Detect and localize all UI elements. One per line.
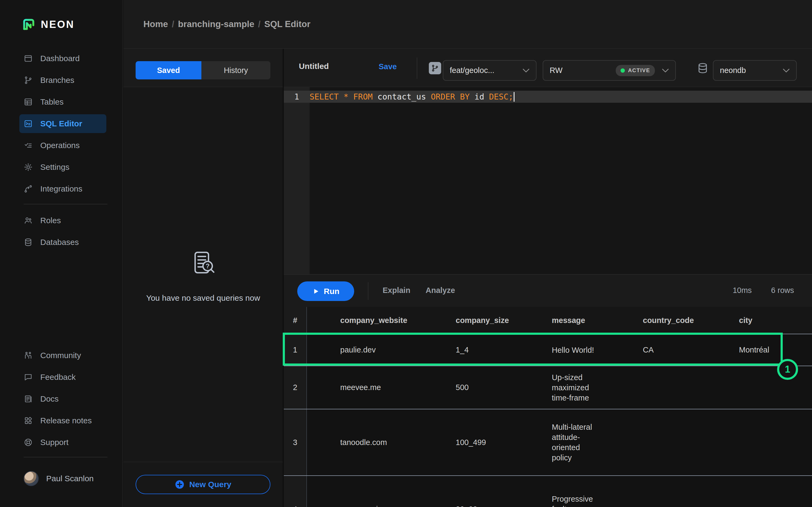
sidebar-item-community[interactable]: Community xyxy=(19,346,106,365)
database-icon xyxy=(23,238,33,247)
topbar: Home / branching-sample / SQL Editor xyxy=(123,0,812,49)
breadcrumb-home[interactable]: Home xyxy=(143,19,168,29)
explain-button[interactable]: Explain xyxy=(383,286,410,295)
compute-status-badge: ACTIVE xyxy=(616,65,655,76)
cell-city: Montréal xyxy=(709,334,812,365)
branch-select-value: feat/geoloc... xyxy=(450,66,494,75)
cell-company-size: 100_499 xyxy=(436,409,532,475)
compute-status-label: ACTIVE xyxy=(628,67,650,73)
user-name: Paul Scanlon xyxy=(46,474,94,483)
cell-message: Progressive fault-tolerant xyxy=(532,476,626,507)
cell-company-size: 1_4 xyxy=(436,334,532,365)
breadcrumb-project[interactable]: branching-sample xyxy=(178,19,254,29)
sidebar-item-feedback[interactable]: Feedback xyxy=(19,368,106,387)
analyze-button[interactable]: Analyze xyxy=(425,286,455,295)
table-row[interactable]: 4 youspan.ai 20_99 Progressive fault-tol… xyxy=(284,475,812,507)
sidebar-item-docs[interactable]: Docs xyxy=(19,390,106,408)
results-toolbar: Run Explain Analyze 10ms 6 rows xyxy=(284,274,812,307)
sidebar-item-roles[interactable]: Roles xyxy=(19,211,106,230)
saved-history-toggle: Saved History xyxy=(136,61,270,79)
code-line-1: 1 SELECT * FROM contact_us ORDER BY id D… xyxy=(284,91,812,103)
empty-state-message: You have no saved queries now xyxy=(146,293,260,302)
sidebar-divider xyxy=(23,204,107,205)
brand-name: NEON xyxy=(41,19,74,30)
breadcrumb-separator: / xyxy=(172,19,174,29)
sidebar-item-label: Databases xyxy=(40,238,79,247)
svg-text:?: ? xyxy=(205,262,209,270)
editor-toolbar: Untitled Save feat/geoloc... RW ACTIVE n… xyxy=(284,49,812,87)
annotation-badge: 1 xyxy=(777,359,798,380)
support-lifebuoy-icon xyxy=(23,438,33,447)
community-icon xyxy=(23,351,33,360)
sidebar-item-settings[interactable]: Settings xyxy=(19,158,106,176)
sidebar-item-tables[interactable]: Tables xyxy=(19,93,106,111)
query-row-count: 6 rows xyxy=(771,286,794,295)
cell-company-size: 20_99 xyxy=(436,476,532,507)
sidebar-item-label: Release notes xyxy=(40,416,92,425)
column-header-message: message xyxy=(532,307,626,334)
sidebar-item-dashboard[interactable]: Dashboard xyxy=(19,49,106,68)
plus-circle-icon xyxy=(175,480,185,489)
no-saved-queries-icon: ? xyxy=(189,249,217,277)
table-row[interactable]: 1 paulie.dev 1_4 Hello World! CA Montréa… xyxy=(284,334,812,365)
sidebar-item-label: Operations xyxy=(40,141,80,150)
neon-logo-icon xyxy=(22,18,36,31)
sql-editor-icon xyxy=(23,119,33,128)
sidebar-item-label: Community xyxy=(40,351,81,360)
save-query-link[interactable]: Save xyxy=(378,62,397,71)
table-row[interactable]: 2 meevee.me 500 Up-sized maximized time-… xyxy=(284,365,812,409)
empty-state: ? You have no saved queries now xyxy=(123,249,283,302)
query-stats: 10ms 6 rows xyxy=(733,286,794,295)
sidebar-item-branches[interactable]: Branches xyxy=(19,71,106,90)
user-menu[interactable]: Paul Scanlon xyxy=(23,471,94,486)
branch-select[interactable]: feat/geoloc... xyxy=(443,60,537,81)
database-select[interactable]: neondb xyxy=(713,60,797,81)
new-query-button[interactable]: New Query xyxy=(136,475,270,494)
sidebar-item-label: Roles xyxy=(40,216,61,225)
cell-company-size: 500 xyxy=(436,366,532,409)
column-header-country-code: country_code xyxy=(626,307,709,334)
cell-message: Multi-lateral attitude-oriented policy xyxy=(532,409,626,475)
sidebar-item-sql-editor[interactable]: SQL Editor xyxy=(19,114,106,133)
saved-queries-panel: Saved History ? You have no saved querie… xyxy=(123,49,283,507)
avatar xyxy=(23,471,39,486)
release-notes-icon xyxy=(23,416,33,425)
column-header-city: city xyxy=(709,307,812,334)
row-number: 4 xyxy=(284,476,307,507)
sidebar-item-operations[interactable]: Operations xyxy=(19,136,106,155)
sidebar-item-databases[interactable]: Databases xyxy=(19,233,106,251)
sidebar: NEON Dashboard Branches Tables SQL Edito… xyxy=(0,0,123,507)
new-query-label: New Query xyxy=(189,480,232,489)
sidebar-item-label: Docs xyxy=(40,394,58,403)
cell-company-website: youspan.ai xyxy=(307,476,436,507)
sidebar-item-label: SQL Editor xyxy=(40,119,82,128)
run-button[interactable]: Run xyxy=(297,281,354,301)
run-label: Run xyxy=(324,287,340,296)
roles-users-icon xyxy=(23,216,33,225)
table-row[interactable]: 3 tanoodle.com 100_499 Multi-lateral att… xyxy=(284,409,812,475)
compute-select[interactable]: RW ACTIVE xyxy=(543,60,676,81)
toolbar-divider xyxy=(417,57,417,79)
toolbar-divider xyxy=(368,282,368,300)
tab-history[interactable]: History xyxy=(201,61,270,79)
code-editor[interactable]: 1 SELECT * FROM contact_us ORDER BY id D… xyxy=(284,87,812,274)
tab-saved[interactable]: Saved xyxy=(136,61,201,79)
column-header-num: # xyxy=(284,307,307,334)
play-icon xyxy=(312,288,319,295)
sidebar-item-support[interactable]: Support xyxy=(19,433,106,452)
neon-logo[interactable]: NEON xyxy=(22,18,74,31)
sidebar-item-integrations[interactable]: Integrations xyxy=(19,179,106,198)
compute-select-value: RW xyxy=(550,66,563,75)
docs-icon xyxy=(23,394,33,403)
branch-chip-button[interactable] xyxy=(429,62,441,74)
sidebar-item-label: Tables xyxy=(40,97,64,107)
row-number: 3 xyxy=(284,409,307,475)
settings-gear-icon xyxy=(23,163,33,172)
dashboard-icon xyxy=(23,54,33,63)
table-header-row: # company_website company_size message c… xyxy=(284,307,812,334)
database-cylinder-icon xyxy=(697,61,709,75)
query-title[interactable]: Untitled xyxy=(299,62,329,71)
sidebar-item-release-notes[interactable]: Release notes xyxy=(19,411,106,430)
cell-country-code xyxy=(626,476,709,507)
cell-company-website: tanoodle.com xyxy=(307,409,436,475)
